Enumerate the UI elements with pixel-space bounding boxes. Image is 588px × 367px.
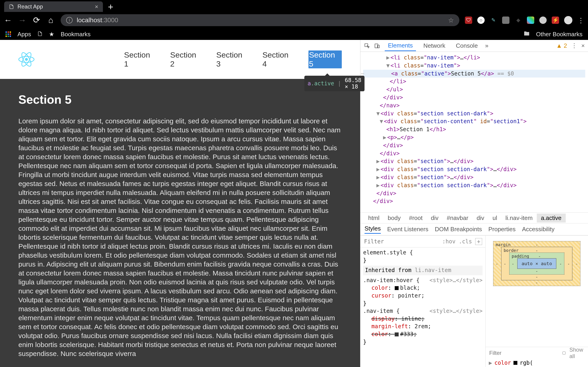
computed-panel: margin - - - - border - - - - <box>485 236 588 367</box>
tab-accessibility[interactable]: Accessibility <box>522 226 555 233</box>
nav-list: Section 1 Section 2 Section 3 Section 4 … <box>124 50 342 68</box>
bookmark-star-icon: ★ <box>49 31 54 38</box>
extension-icon[interactable]: ○ <box>477 17 485 24</box>
site-info-icon[interactable]: i <box>66 17 73 23</box>
nav-item-section-5[interactable]: Section 5 <box>309 50 342 68</box>
browser-tabbar: React App × + <box>0 0 588 12</box>
styles-filter-row: :hov .cls + <box>360 236 485 248</box>
breadcrumb-item[interactable]: div <box>427 214 443 223</box>
styles-filter-input[interactable] <box>363 238 439 245</box>
tab-title: React App <box>17 3 92 10</box>
tab-properties[interactable]: Properties <box>488 226 516 233</box>
flash-extension-icon[interactable]: ⚡ <box>552 17 559 24</box>
box-model[interactable]: margin - - - - border - - - - <box>493 241 580 286</box>
nav-item-section-3[interactable]: Section 3 <box>216 50 249 68</box>
tab-console[interactable]: Console <box>453 41 481 51</box>
ublock-extension-icon[interactable]: 🛡 <box>465 17 472 24</box>
breadcrumb-item[interactable]: ul <box>488 214 501 223</box>
chrome-menu-icon[interactable]: ⋮ <box>578 16 584 24</box>
reload-button[interactable]: ⟳ <box>32 15 41 25</box>
bookmark-star-icon[interactable]: ☆ <box>448 17 454 24</box>
devtools-menu-icon[interactable]: ⋮ <box>571 42 577 49</box>
tab-dom-breakpoints[interactable]: DOM Breakpoints <box>435 226 482 233</box>
apps-icon[interactable] <box>6 31 11 37</box>
folder-icon <box>524 31 530 38</box>
breadcrumb-item[interactable]: #root <box>405 214 426 223</box>
new-tab-button[interactable]: + <box>108 2 113 11</box>
profile-avatar[interactable] <box>564 16 572 24</box>
forward-button[interactable]: → <box>18 15 27 25</box>
page-icon <box>9 4 14 9</box>
nav-item-section-1[interactable]: Section 1 <box>124 50 156 68</box>
tab-styles[interactable]: Styles <box>364 225 381 234</box>
computed-filter-input[interactable] <box>489 350 558 357</box>
extension-icon[interactable]: ✎ <box>490 17 497 24</box>
extensions-row: 🛡 ○ ✎ ◆ ⚡ ⋮ <box>465 16 584 24</box>
styles-panel: :hov .cls + element.style { } Inherited … <box>360 236 485 367</box>
dom-breadcrumb[interactable]: html body #root div #navbar div ul li.na… <box>360 212 588 223</box>
section-text: Lorem ipsum dolor sit amet, consectetur … <box>18 117 342 358</box>
home-button[interactable]: ⌂ <box>46 15 55 25</box>
svg-point-0 <box>25 58 28 61</box>
devtools-close-icon[interactable]: × <box>581 42 585 49</box>
extension-icon[interactable] <box>527 17 534 24</box>
breadcrumb-item[interactable]: #navbar <box>443 214 473 223</box>
computed-filter-row: Show all <box>485 347 588 359</box>
extension-icon[interactable]: ◆ <box>515 17 522 24</box>
app-navbar: Section 1 Section 2 Section 3 Section 4 … <box>0 40 360 79</box>
bookmarks-link[interactable]: Bookmarks <box>61 31 90 38</box>
devtools-panel: Elements Network Console » ▲ 2 ⋮ × ▶<li … <box>360 40 588 367</box>
breadcrumb-item[interactable]: li.nav-item <box>501 214 536 223</box>
dom-tree[interactable]: ▶<li class="nav-item">…</li> ▼<li class=… <box>360 52 588 212</box>
address-bar[interactable]: i localhost:3000 ☆ <box>61 14 459 26</box>
react-logo-icon <box>18 51 35 67</box>
nav-item-section-4[interactable]: Section 4 <box>262 50 295 68</box>
back-button[interactable]: ← <box>4 15 12 25</box>
url-text: localhost:3000 <box>77 17 444 24</box>
css-rules[interactable]: element.style { } Inherited from li.nav-… <box>360 248 485 367</box>
warning-badge[interactable]: ▲ 2 <box>556 42 567 49</box>
hov-toggle[interactable]: :hov <box>442 238 456 245</box>
computed-property[interactable]: ▶ color rgb( <box>485 359 588 367</box>
bookmarks-bar: Apps ★ Bookmarks Other Bookmarks <box>0 28 588 40</box>
browser-tab[interactable]: React App × <box>4 1 103 12</box>
styles-tabs: Styles Event Listeners DOM Breakpoints P… <box>360 223 588 235</box>
tab-event-listeners[interactable]: Event Listeners <box>387 226 428 233</box>
breadcrumb-item[interactable]: body <box>384 214 405 223</box>
breadcrumb-item[interactable]: a.active <box>537 214 566 223</box>
other-bookmarks-link[interactable]: Other Bookmarks <box>536 31 582 38</box>
page-viewport: Section 1 Section 2 Section 3 Section 4 … <box>0 40 360 367</box>
nav-item-section-2[interactable]: Section 2 <box>170 50 203 68</box>
show-all-checkbox[interactable] <box>562 351 565 355</box>
devtools-tabs: Elements Network Console » ▲ 2 ⋮ × <box>360 40 588 52</box>
breadcrumb-item[interactable]: div <box>473 214 488 223</box>
extension-icon[interactable] <box>539 17 547 24</box>
inspect-tooltip: a.active | 68.58 × 18 <box>304 76 364 91</box>
device-toolbar-icon[interactable] <box>374 42 380 49</box>
bookmark-page-icon[interactable] <box>37 31 43 38</box>
tab-network[interactable]: Network <box>420 41 448 51</box>
apps-link[interactable]: Apps <box>17 31 31 38</box>
breadcrumb-item[interactable]: html <box>364 214 384 223</box>
section-heading: Section 5 <box>18 93 342 106</box>
show-all-label: Show all <box>569 347 585 359</box>
more-tabs-icon[interactable]: » <box>485 42 488 49</box>
inspect-element-icon[interactable] <box>363 42 371 49</box>
tab-elements[interactable]: Elements <box>385 41 416 51</box>
cls-toggle[interactable]: .cls <box>459 238 472 245</box>
add-rule-button[interactable]: + <box>475 238 482 245</box>
close-tab-icon[interactable]: × <box>95 3 98 10</box>
extension-icon[interactable] <box>502 17 510 24</box>
browser-toolbar: ← → ⟳ ⌂ i localhost:3000 ☆ 🛡 ○ ✎ ◆ ⚡ ⋮ <box>0 12 588 28</box>
page-body: Section 5 Lorem ipsum dolor sit amet, co… <box>0 79 360 367</box>
